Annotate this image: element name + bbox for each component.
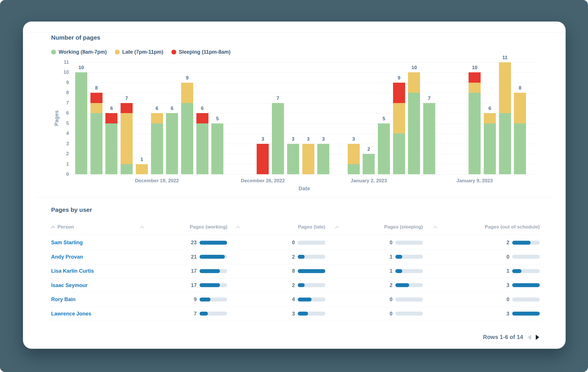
progress-fill bbox=[512, 312, 540, 316]
bar-segment-working[interactable] bbox=[423, 103, 435, 175]
column-header-working[interactable]: Pages (working) bbox=[136, 224, 227, 230]
cell-sleeping: 1 bbox=[380, 254, 423, 260]
cell-value: 1 bbox=[380, 254, 392, 260]
progress-bar bbox=[298, 297, 325, 301]
bar-segment-working[interactable] bbox=[105, 123, 117, 175]
gridline bbox=[73, 93, 537, 93]
column-header-late[interactable]: Pages (late) bbox=[233, 224, 325, 230]
bar-segment-late[interactable] bbox=[499, 62, 511, 113]
cell-out_of_schedule: 3 bbox=[497, 282, 540, 288]
bar-segment-working[interactable] bbox=[363, 154, 375, 174]
bar-segment-working[interactable] bbox=[196, 123, 208, 175]
table-row: Andy Provan21210 bbox=[47, 250, 541, 264]
cell-value: 9 bbox=[184, 297, 197, 303]
bar-value-label: 9 bbox=[389, 75, 409, 81]
bar-segment-working[interactable] bbox=[75, 72, 87, 174]
person-link[interactable]: Isaac Seymour bbox=[51, 282, 88, 288]
bar-segment-sleeping[interactable] bbox=[121, 103, 133, 113]
sort-ascending-icon[interactable] bbox=[51, 226, 55, 229]
bar-value-label: 6 bbox=[101, 106, 121, 111]
bar-segment-working[interactable] bbox=[348, 164, 360, 175]
person-link[interactable]: Lawrence Jones bbox=[51, 311, 91, 317]
bar-segment-sleeping[interactable] bbox=[257, 144, 269, 175]
bar-segment-working[interactable] bbox=[121, 164, 133, 175]
cell-late: 2 bbox=[282, 282, 325, 288]
bar-segment-sleeping[interactable] bbox=[393, 83, 405, 103]
previous-page-button[interactable] bbox=[528, 335, 531, 340]
progress-fill bbox=[512, 283, 540, 287]
cell-value: 0 bbox=[380, 297, 392, 303]
column-header-out_of_schedule[interactable]: Pages (out of schedule) bbox=[448, 224, 540, 230]
cell-value: 3 bbox=[282, 311, 295, 317]
cell-value: 0 bbox=[380, 240, 392, 246]
progress-fill bbox=[395, 283, 409, 287]
bar-segment-working[interactable] bbox=[166, 113, 178, 174]
bar-segment-working[interactable] bbox=[151, 123, 163, 175]
progress-fill bbox=[298, 269, 325, 273]
progress-bar bbox=[200, 241, 227, 245]
bar-segment-late[interactable] bbox=[469, 83, 481, 93]
bar-segment-working[interactable] bbox=[317, 144, 329, 175]
bar-segment-working[interactable] bbox=[211, 123, 223, 175]
bar-segment-working[interactable] bbox=[484, 123, 496, 175]
bar-segment-sleeping[interactable] bbox=[90, 93, 102, 103]
next-page-button[interactable] bbox=[536, 335, 539, 340]
bar-segment-late[interactable] bbox=[136, 164, 148, 175]
bar-segment-late[interactable] bbox=[121, 113, 133, 164]
cell-value: 21 bbox=[184, 254, 197, 260]
bar-segment-working[interactable] bbox=[393, 133, 405, 174]
person-link[interactable]: Lisa Karlin Curtis bbox=[51, 268, 94, 274]
bar-segment-working[interactable] bbox=[514, 123, 526, 175]
bar-segment-sleeping[interactable] bbox=[469, 72, 481, 83]
cell-late: 0 bbox=[282, 240, 325, 246]
cell-late: 3 bbox=[282, 311, 325, 317]
progress-bar bbox=[512, 297, 540, 301]
bar-segment-late[interactable] bbox=[302, 144, 314, 175]
bar-segment-working[interactable] bbox=[287, 144, 299, 175]
bar-value-label: 6 bbox=[480, 106, 500, 111]
bar-value-label: 7 bbox=[419, 96, 439, 101]
x-tick-label: January 9, 2023 bbox=[426, 178, 523, 184]
column-header-sleeping[interactable]: Pages (sleeping) bbox=[331, 224, 423, 230]
table-row: Isaac Seymour17223 bbox=[47, 278, 541, 293]
progress-fill bbox=[200, 283, 220, 287]
progress-fill bbox=[200, 241, 227, 245]
bar-segment-working[interactable] bbox=[272, 103, 284, 175]
bar-value-label: 3 bbox=[253, 136, 273, 142]
bar-segment-working[interactable] bbox=[90, 113, 102, 174]
bar-segment-late[interactable] bbox=[393, 103, 405, 134]
cell-value: 8 bbox=[282, 268, 295, 274]
bar-segment-late[interactable] bbox=[484, 113, 496, 123]
bar-segment-sleeping[interactable] bbox=[196, 113, 208, 123]
bar-segment-late[interactable] bbox=[181, 83, 193, 103]
bar-segment-late[interactable] bbox=[514, 93, 526, 123]
bar-segment-late[interactable] bbox=[90, 103, 102, 113]
progress-bar bbox=[200, 297, 227, 301]
progress-fill bbox=[512, 269, 521, 273]
bar-segment-working[interactable] bbox=[378, 123, 390, 175]
bar-segment-late[interactable] bbox=[408, 72, 420, 93]
bar-value-label: 7 bbox=[117, 96, 137, 101]
person-link[interactable]: Sam Starling bbox=[51, 240, 83, 246]
cell-out_of_schedule: 0 bbox=[497, 254, 540, 260]
bar-segment-working[interactable] bbox=[499, 113, 511, 174]
progress-bar bbox=[298, 269, 325, 273]
progress-bar bbox=[298, 312, 325, 316]
sort-icon-sleeping[interactable] bbox=[433, 226, 437, 229]
person-link[interactable]: Andy Provan bbox=[51, 254, 83, 260]
gridline bbox=[73, 83, 537, 83]
bar-segment-working[interactable] bbox=[469, 93, 481, 174]
bar-value-label: 5 bbox=[374, 116, 394, 122]
bar-value-label: 6 bbox=[192, 106, 212, 111]
bar-segment-late[interactable] bbox=[348, 144, 360, 164]
column-header-person[interactable]: Person bbox=[57, 224, 74, 230]
progress-bar bbox=[200, 312, 227, 316]
bar-segment-working[interactable] bbox=[181, 103, 193, 175]
cell-value: 17 bbox=[184, 268, 197, 274]
bar-segment-sleeping[interactable] bbox=[105, 113, 117, 123]
progress-bar bbox=[512, 283, 540, 287]
person-link[interactable]: Rory Bain bbox=[51, 297, 76, 303]
progress-fill bbox=[298, 312, 308, 316]
bar-segment-late[interactable] bbox=[151, 113, 163, 123]
bar-segment-working[interactable] bbox=[408, 93, 420, 174]
